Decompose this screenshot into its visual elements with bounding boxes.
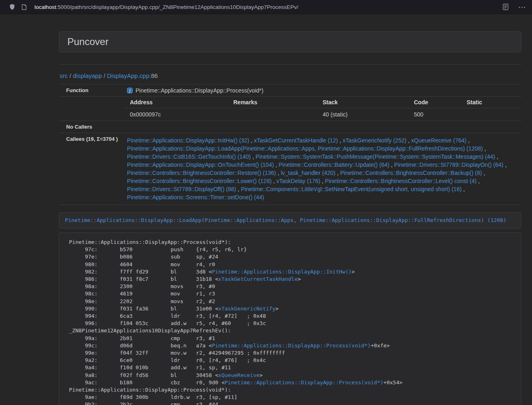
- url-host: localhost: [34, 4, 56, 10]
- column-header-stack: Stack: [317, 97, 408, 108]
- overflow-menu-icon[interactable]: ⋯: [518, 3, 526, 11]
- callees-row: Callees (19, Σ=3704 ) Pinetime::Applicat…: [59, 133, 521, 205]
- column-header-code: Code: [408, 97, 461, 108]
- callee-link[interactable]: vTaskDelay (176): [276, 178, 320, 184]
- asm-symbol-link[interactable]: Pinetime::Applications::DisplayApp::Init…: [212, 269, 351, 275]
- no-callers-cell: [124, 121, 521, 133]
- function-label: Function: [59, 84, 124, 97]
- code-value: 500: [408, 108, 461, 121]
- page-title: Puncover: [67, 36, 108, 47]
- asm-symbol-link[interactable]: xQueueReceive: [218, 372, 260, 378]
- callee-link[interactable]: Pinetime::Controllers::BrightnessControl…: [127, 178, 271, 184]
- url-path: :5000/path/src/displayapp/DisplayApp.cpp…: [56, 4, 298, 10]
- callee-link[interactable]: Pinetime::Applications::DisplayApp::Load…: [127, 145, 483, 152]
- breadcrumb-link-displayapp[interactable]: displayapp: [73, 72, 102, 79]
- column-header-static: Static: [461, 97, 521, 108]
- callee-link[interactable]: Pinetime::System::SystemTask::PushMessag…: [256, 153, 495, 160]
- column-header-address: Address: [124, 97, 227, 108]
- metrics-row-spacer: [59, 97, 124, 121]
- callee-link[interactable]: Pinetime::Applications::DisplayApp::Init…: [127, 137, 249, 144]
- callees-cell: Pinetime::Applications::DisplayApp::Init…: [124, 133, 521, 205]
- callee-link[interactable]: lv_task_handler (420): [281, 170, 336, 176]
- divider: [59, 64, 521, 65]
- stack-value: 40 (static): [317, 108, 408, 121]
- metrics-row: Address Remarks Stack Code Static 0x0000…: [59, 97, 521, 121]
- breadcrumb-line-number: 86: [151, 72, 158, 79]
- breadcrumb: src / displayapp / DisplayApp.cpp:86: [60, 72, 521, 80]
- callee-link[interactable]: xQueueReceive (764): [411, 137, 466, 144]
- callee-link[interactable]: Pinetime::Controllers::BrightnessControl…: [325, 178, 476, 184]
- function-row: Function ƒ Pinetime::Applications::Displ…: [59, 84, 521, 97]
- disassembly-panel: Pinetime::Applications::DisplayApp::Proc…: [59, 233, 521, 405]
- reader-mode-icon[interactable]: [503, 4, 508, 10]
- callee-link[interactable]: Pinetime::Drivers::St7789::DisplayOn() (…: [394, 162, 503, 168]
- callee-link[interactable]: Pinetime::Controllers::BrightnessControl…: [127, 170, 276, 176]
- static-value: [461, 108, 521, 121]
- callees-label: Callees (19, Σ=3704 ): [59, 133, 124, 205]
- metrics-value-row: 0x0000097c 40 (static) 500: [124, 108, 521, 121]
- metrics-table: Address Remarks Stack Code Static 0x0000…: [124, 97, 521, 121]
- callee-link[interactable]: Pinetime::Drivers::St7789::DisplayOff() …: [127, 186, 236, 192]
- asm-symbol-link[interactable]: Pinetime::Applications::DisplayApp::Proc…: [212, 343, 370, 349]
- selected-callee-link[interactable]: Pinetime::Applications::DisplayApp::Load…: [65, 217, 506, 223]
- address-bar[interactable]: localhost:5000/path/src/displayapp/Displ…: [34, 4, 298, 10]
- page-info-icon[interactable]: [22, 4, 27, 10]
- browser-chrome: localhost:5000/path/src/displayapp/Displ…: [0, 0, 532, 14]
- callee-link[interactable]: xTaskGetCurrentTaskHandle (12): [254, 137, 338, 144]
- symbol-table: Function ƒ Pinetime::Applications::Displ…: [59, 84, 521, 205]
- breadcrumb-link-file[interactable]: DisplayApp.cpp:: [107, 72, 151, 79]
- no-callers-label: No Callers: [59, 121, 124, 133]
- callee-link[interactable]: Pinetime::Applications::DisplayApp::OnTo…: [127, 162, 274, 168]
- function-icon: ƒ: [127, 88, 133, 93]
- shield-icon[interactable]: [9, 4, 15, 10]
- callee-link[interactable]: Pinetime::Components::LittleVgl::SetNewT…: [241, 186, 462, 192]
- asm-symbol-link[interactable]: Pinetime::Applications::DisplayApp::Proc…: [225, 379, 383, 386]
- callee-link[interactable]: Pinetime::Applications::Screens::Timer::…: [127, 194, 264, 200]
- remarks-value: [227, 108, 317, 121]
- selected-callee-panel: Pinetime::Applications::DisplayApp::Load…: [59, 212, 521, 228]
- function-name: Pinetime::Applications::DisplayApp::Proc…: [136, 87, 263, 94]
- breadcrumb-link-src[interactable]: src: [60, 72, 68, 79]
- breadcrumb-separator: /: [103, 72, 105, 79]
- no-callers-row: No Callers: [59, 121, 521, 133]
- page-content: Puncover src / displayapp / DisplayApp.c…: [59, 14, 521, 405]
- metrics-table-cell: Address Remarks Stack Code Static 0x0000…: [124, 97, 521, 121]
- function-name-cell: ƒ Pinetime::Applications::DisplayApp::Pr…: [124, 84, 521, 97]
- callee-link[interactable]: Pinetime::Controllers::BrightnessControl…: [340, 170, 482, 176]
- assembly-pre: Pinetime::Applications::DisplayApp::Proc…: [69, 239, 511, 405]
- callee-link[interactable]: Pinetime::Controllers::Battery::Update()…: [279, 162, 390, 168]
- app-header-panel: Puncover: [59, 31, 521, 52]
- metrics-header-row: Address Remarks Stack Code Static: [124, 97, 521, 108]
- column-header-remarks: Remarks: [227, 97, 317, 108]
- breadcrumb-separator: /: [69, 72, 71, 79]
- callee-link[interactable]: xTaskGenericNotify (252): [342, 137, 406, 144]
- asm-symbol-link[interactable]: xTaskGenericNotify: [218, 306, 276, 312]
- asm-symbol-link[interactable]: xTaskGetCurrentTaskHandle: [218, 276, 298, 282]
- callee-link[interactable]: Pinetime::Drivers::Cst816S::GetTouchInfo…: [127, 153, 251, 160]
- address-value: 0x0000097c: [124, 108, 227, 121]
